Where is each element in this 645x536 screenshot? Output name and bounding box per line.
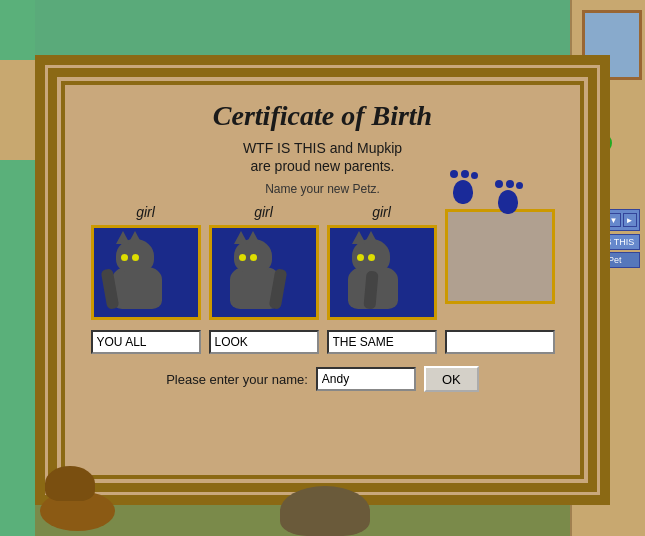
pet-3-name-input[interactable] (445, 330, 555, 354)
bottom-row: Please enter your name: OK (90, 366, 555, 392)
bottom-center-animal (280, 476, 380, 536)
nav-right-button[interactable]: ► (623, 213, 637, 227)
pet-1-name-input[interactable] (209, 330, 319, 354)
pet-column-2: girl (327, 204, 437, 320)
certificate-container: Certificate of Birth WTF IS THIS and Mup… (35, 55, 610, 505)
pet-0-portrait (91, 225, 201, 320)
pet-1-portrait (209, 225, 319, 320)
paw-print-2 (490, 180, 530, 225)
pet-2-portrait (327, 225, 437, 320)
pet-2-name-input[interactable] (327, 330, 437, 354)
parents-suffix: are proud new parents. (251, 158, 395, 174)
ok-button[interactable]: OK (424, 366, 479, 392)
player-name-input[interactable] (316, 367, 416, 391)
pet-1-gender: girl (254, 204, 273, 220)
pet-0-name-input[interactable] (91, 330, 201, 354)
name-inputs-row (91, 330, 555, 354)
bottom-animal (40, 476, 130, 531)
pet-0-gender: girl (136, 204, 155, 220)
paw-print-1 (445, 170, 485, 215)
pet-column-0: girl (91, 204, 201, 320)
pet-column-1: girl (209, 204, 319, 320)
parents-text: WTF IS THIS and Mupkip (243, 140, 402, 156)
paw-prints-area (445, 170, 530, 225)
name-instruction: Name your new Petz. (265, 182, 380, 196)
pet-2-gender: girl (372, 204, 391, 220)
enter-name-label: Please enter your name: (166, 372, 308, 387)
certificate-title: Certificate of Birth (213, 100, 432, 132)
wall-frame-left (0, 60, 35, 160)
